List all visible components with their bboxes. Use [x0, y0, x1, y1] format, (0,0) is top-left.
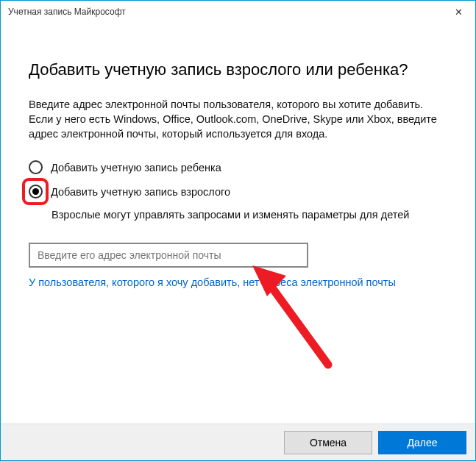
radio-child-label: Добавить учетную запись ребенка — [51, 162, 221, 174]
next-button[interactable]: Далее — [378, 431, 466, 454]
radio-adult-account[interactable]: Добавить учетную запись взрослого — [29, 185, 447, 199]
email-input[interactable] — [29, 243, 308, 268]
dialog-heading: Добавить учетную запись взрослого или ре… — [29, 60, 447, 81]
radio-icon — [29, 185, 43, 199]
close-icon: ✕ — [455, 7, 463, 18]
adult-hint-text: Взрослые могут управлять запросами и изм… — [51, 209, 447, 221]
dialog-description: Введите адрес электронной почты пользова… — [29, 97, 447, 142]
radio-child-account[interactable]: Добавить учетную запись ребенка — [29, 160, 447, 174]
radio-icon — [29, 160, 43, 174]
cancel-button[interactable]: Отмена — [284, 431, 372, 454]
close-button[interactable]: ✕ — [442, 1, 475, 23]
radio-adult-label: Добавить учетную запись взрослого — [51, 186, 230, 198]
no-email-link[interactable]: У пользователя, которого я хочу добавить… — [29, 276, 447, 288]
account-type-radio-group: Добавить учетную запись ребенка Добавить… — [29, 160, 447, 199]
dialog-content: Добавить учетную запись взрослого или ре… — [1, 23, 475, 288]
dialog-footer: Отмена Далее — [1, 424, 475, 460]
window-title: Учетная запись Майкрософт — [8, 7, 126, 17]
titlebar: Учетная запись Майкрософт ✕ — [1, 1, 475, 23]
